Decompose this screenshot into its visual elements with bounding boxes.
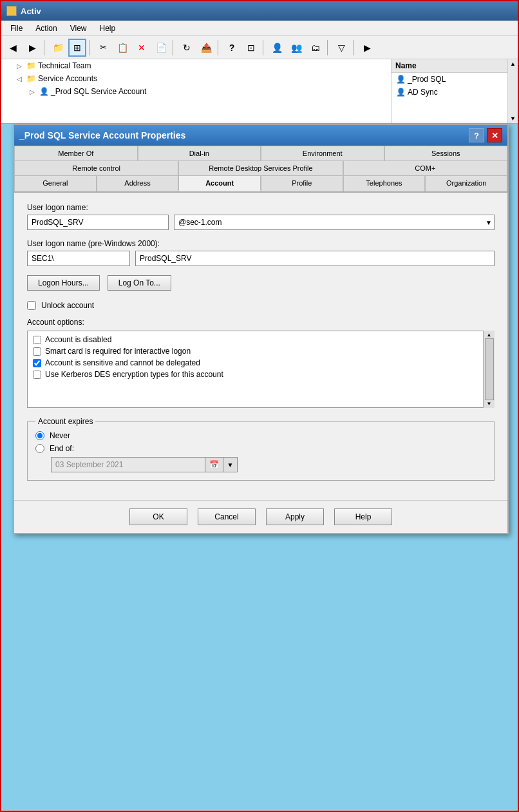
name-item-prod-sql[interactable]: 👤 _Prod SQL	[392, 73, 507, 86]
option-sensitive-checkbox[interactable]	[33, 359, 41, 367]
unlock-checkbox[interactable]	[27, 301, 36, 310]
back-button[interactable]: ◀	[4, 39, 22, 57]
options-scroll-down[interactable]: ▼	[487, 401, 492, 407]
tree-item-service-accounts[interactable]: ◁ 📁 Service Accounts	[1, 72, 391, 85]
date-input[interactable]	[51, 457, 205, 472]
menu-file[interactable]: File	[4, 23, 29, 34]
logon-hours-button[interactable]: Logon Hours...	[27, 275, 100, 291]
pre-win2k-domain-input[interactable]	[27, 251, 130, 266]
folder-icon: 📁	[26, 61, 36, 71]
expand-icon: ▷	[17, 63, 24, 70]
domain-select[interactable]: @sec-1.com	[174, 215, 495, 230]
tab-remote-desktop[interactable]: Remote Desktop Services Profile	[178, 160, 343, 175]
account-options-section: Account options: Account is disabled Sma…	[27, 318, 495, 408]
ok-button[interactable]: OK	[129, 508, 187, 525]
tab-row-2: Remote control Remote Desktop Services P…	[14, 160, 507, 175]
menu-view[interactable]: View	[64, 23, 93, 34]
pre-win2k-user-input[interactable]	[135, 251, 495, 266]
help-button[interactable]: ?	[223, 39, 241, 57]
tab-sessions[interactable]: Sessions	[384, 146, 508, 160]
tab-profile[interactable]: Profile	[261, 175, 343, 191]
account-expires-fieldset: Account expires Never End of: 📅 ▼	[27, 417, 495, 481]
tab-com-plus[interactable]: COM+	[343, 160, 507, 175]
options-scroll-thumb	[485, 338, 494, 400]
more-button[interactable]: ▶	[358, 39, 376, 57]
user-add-button[interactable]: 👤	[268, 39, 286, 57]
never-label: Never	[50, 431, 70, 440]
user-icon-ad: 👤	[395, 87, 406, 97]
tree-scrollbar[interactable]: ▲ ▼	[507, 59, 518, 123]
options-scroll-up[interactable]: ▲	[487, 332, 492, 338]
tab-account[interactable]: Account	[178, 175, 261, 191]
tab-environment[interactable]: Environment	[261, 146, 384, 160]
tab-dial-in[interactable]: Dial-in	[138, 146, 261, 160]
tab-organization[interactable]: Organization	[425, 175, 507, 191]
move-button[interactable]: 📄	[152, 39, 170, 57]
toolbar-sep-4	[218, 40, 220, 55]
delete-button[interactable]: ✕	[133, 39, 151, 57]
user-icon-prod: 👤	[395, 74, 406, 84]
view2-button[interactable]: ⊡	[242, 39, 260, 57]
account-options-list[interactable]: Account is disabled Smart card is requir…	[27, 331, 495, 408]
tree-scroll[interactable]: ▷ 📁 Technical Team ◁ 📁 Service Accounts …	[1, 59, 391, 123]
title-bar-text: Activ	[21, 6, 41, 16]
tab-general[interactable]: General	[14, 175, 97, 191]
tree-item-service-accounts-label: Service Accounts	[38, 74, 97, 83]
option-kerberos-checkbox[interactable]	[33, 371, 41, 379]
help-footer-button[interactable]: Help	[334, 508, 392, 525]
expand-icon-2: ◁	[17, 75, 24, 82]
dialog-close-button[interactable]: ✕	[487, 128, 502, 142]
tab-member-of[interactable]: Member Of	[14, 146, 138, 160]
dialog-help-button[interactable]: ?	[469, 128, 484, 142]
option-smart-card-checkbox[interactable]	[33, 347, 41, 356]
tree-item-technical-team[interactable]: ▷ 📁 Technical Team	[1, 59, 391, 72]
apply-button[interactable]: Apply	[266, 508, 324, 525]
log-on-to-button[interactable]: Log On To...	[108, 275, 171, 291]
cancel-button[interactable]: Cancel	[198, 508, 256, 525]
date-dropdown-button[interactable]: ▼	[223, 457, 238, 472]
tab-remote-control[interactable]: Remote control	[14, 160, 178, 175]
app-icon	[6, 6, 17, 16]
user-logon-input[interactable]	[27, 215, 169, 230]
menu-help[interactable]: Help	[93, 23, 122, 34]
export-button[interactable]: 📤	[197, 39, 215, 57]
toolbar-sep-6	[327, 40, 330, 55]
refresh-button[interactable]: ↻	[178, 39, 196, 57]
properties-dialog: _Prod SQL Service Account Properties ? ✕…	[13, 124, 509, 534]
background-area: _Prod SQL Service Account Properties ? ✕…	[1, 124, 518, 809]
name-item-ad-sync[interactable]: 👤 AD Sync	[392, 86, 507, 99]
tab-telephones[interactable]: Telephones	[343, 175, 426, 191]
user-logon-label: User logon name:	[27, 203, 495, 212]
dialog-title-buttons: ? ✕	[469, 128, 502, 142]
date-calendar-button[interactable]: 📅	[205, 457, 223, 472]
options-scrollbar[interactable]: ▲ ▼	[483, 331, 495, 408]
tab-address[interactable]: Address	[97, 175, 179, 191]
pre-win2k-row	[27, 251, 495, 266]
dialog-title-text: _Prod SQL Service Account Properties	[19, 130, 185, 140]
option-smart-card-label: Smart card is required for interactive l…	[45, 347, 191, 356]
tab-row-3: General Address Account Profile Telephon…	[14, 175, 507, 193]
end-of-radio[interactable]	[35, 444, 44, 453]
account-expires-legend: Account expires	[35, 417, 95, 426]
tree-item-prod-sql-label: _Prod SQL Service Account	[51, 87, 146, 96]
option-sensitive: Account is sensitive and cannot be deleg…	[33, 357, 481, 369]
tree-item-prod-sql[interactable]: ▷ 👤 _Prod SQL Service Account	[1, 85, 391, 98]
cut-button[interactable]: ✂	[94, 39, 112, 57]
scrollbar-down-arrow[interactable]: ▼	[510, 115, 516, 122]
unlock-label: Unlock account	[41, 301, 94, 310]
never-radio[interactable]	[35, 431, 44, 440]
account-options-label: Account options:	[27, 318, 495, 327]
grid-button[interactable]: ⊞	[68, 39, 86, 57]
browse-button[interactable]: 📁	[49, 39, 67, 57]
filter-button[interactable]: ▽	[332, 39, 350, 57]
option-disabled-checkbox[interactable]	[33, 336, 41, 344]
users-button[interactable]: 👥	[287, 39, 305, 57]
folder2-button[interactable]: 🗂	[307, 39, 325, 57]
menu-action[interactable]: Action	[29, 23, 63, 34]
dialog-content: User logon name: @sec-1.com ▼ User logon…	[14, 193, 507, 500]
toolbar-sep-2	[89, 40, 91, 55]
forward-button[interactable]: ▶	[23, 39, 41, 57]
toolbar-sep-1	[44, 40, 46, 55]
scrollbar-up-arrow[interactable]: ▲	[510, 61, 516, 67]
copy-button[interactable]: 📋	[113, 39, 131, 57]
